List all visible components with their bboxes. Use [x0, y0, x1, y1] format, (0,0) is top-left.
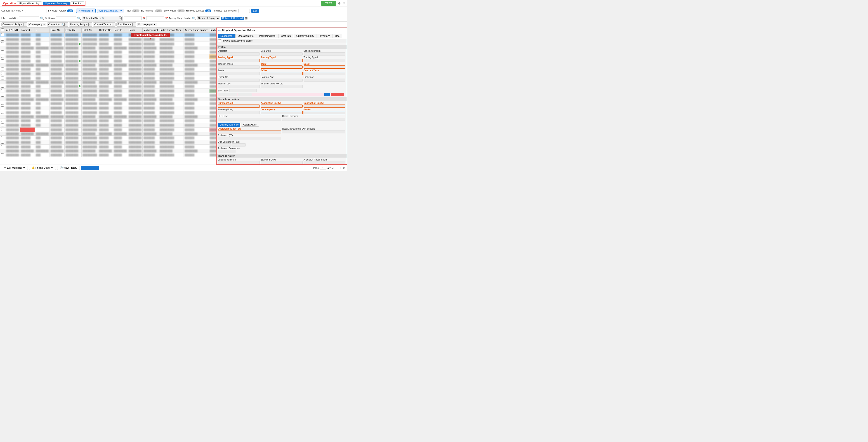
col-bridge-contract[interactable]: Bridge Contract Num... [159, 28, 184, 33]
agency-search-icon[interactable]: 🔍 [192, 16, 196, 20]
table-row[interactable]: ████████████████████████████████████████… [0, 67, 216, 72]
tab-quantity-quality[interactable]: Quantity/Quality [294, 34, 316, 38]
tab-recap-info[interactable]: Recap Info [218, 34, 235, 38]
row-checkbox-cell[interactable] [0, 110, 5, 115]
close-icon[interactable]: ✕ [343, 2, 345, 5]
panel-content[interactable]: Profile Operator: Deal Date: Scheming Mo… [217, 43, 347, 164]
row-checkbox-cell[interactable] [0, 59, 5, 63]
table-row[interactable]: ████████████████████████████████████████… [0, 118, 216, 123]
table-row[interactable]: ████████████████████████████████████████… [0, 37, 216, 42]
row-checkbox[interactable] [1, 153, 4, 156]
test-badge[interactable]: TEST [321, 1, 336, 6]
row-checkbox[interactable] [1, 128, 4, 131]
pricing-detail-button[interactable]: 💰 Pricing Detail ▼ [29, 166, 56, 170]
row-checkbox-cell[interactable] [0, 136, 5, 140]
row-checkbox[interactable] [1, 76, 4, 79]
loading-end-input[interactable] [146, 16, 164, 20]
table-row[interactable]: ████████████████████████████████████████… [0, 140, 216, 145]
matched-button[interactable]: ✓ Matched ▼ [76, 8, 96, 13]
view-history-button[interactable]: 🕐 View History [57, 166, 80, 170]
first-page-button[interactable]: ⟨⟨ [306, 166, 309, 170]
tab-cost-info[interactable]: Cost Info [278, 34, 293, 38]
export-button[interactable]: Exp [251, 9, 259, 13]
row-checkbox-cell[interactable] [0, 153, 5, 157]
mother-sub-search-icon[interactable]: 🔍 [102, 17, 104, 20]
col-batch-no[interactable]: Batch No. [82, 28, 98, 33]
row-checkbox[interactable] [1, 68, 4, 70]
table-row[interactable]: ████████████████████████████████████████… [0, 110, 216, 115]
table-row[interactable]: ████████████████████████████████████████… [0, 136, 216, 140]
tab-operation-info[interactable]: Operation Info [235, 34, 256, 38]
table-row[interactable]: ████████████████████████████████████████… [0, 50, 216, 55]
batch-no-input[interactable] [19, 16, 39, 20]
row-checkbox-cell[interactable] [0, 84, 5, 89]
col-send-to[interactable]: Send To I... [113, 28, 128, 33]
recap-input[interactable] [56, 16, 76, 20]
physical-matching-button[interactable]: Physical Matching [17, 1, 42, 5]
table-row[interactable]: ████████████████████████████████████████… [0, 76, 216, 80]
row-checkbox-cell[interactable] [0, 93, 5, 98]
col-l[interactable]: L [35, 28, 50, 33]
show-ledger-toggle[interactable]: OFF [178, 9, 185, 12]
purchase-return-input[interactable] [239, 9, 250, 13]
table-row[interactable]: ████████████████████████████████████████… [0, 101, 216, 106]
row-checkbox-cell[interactable] [0, 106, 5, 110]
row-checkbox-cell[interactable] [0, 140, 5, 145]
mother-sub-clear[interactable]: ✕ [119, 16, 122, 20]
operation-summary-button[interactable]: Operation Summary [43, 2, 69, 5]
col-checkbox[interactable] [0, 28, 5, 33]
col-locked-m[interactable]: Locked M [64, 28, 82, 33]
row-checkbox[interactable] [1, 119, 4, 122]
contractual-entity-clear[interactable]: ✕ [24, 23, 26, 26]
page-number-input[interactable]: 1 [320, 166, 327, 170]
table-row[interactable]: ████████████████████████████████████████… [0, 72, 216, 76]
row-checkbox[interactable] [1, 72, 4, 75]
tab-doc[interactable]: Doc [333, 34, 342, 38]
col-order-no[interactable]: Order No. [50, 28, 65, 33]
table-area[interactable]: AGENT NO. Payment... L Order No. Locked … [0, 28, 216, 165]
row-checkbox-cell[interactable] [0, 89, 5, 93]
row-checkbox-cell[interactable] [0, 55, 5, 59]
select-all-checkbox[interactable] [1, 28, 4, 31]
row-checkbox-cell[interactable] [0, 76, 5, 80]
row-checkbox[interactable] [1, 124, 4, 127]
row-checkbox-cell[interactable] [0, 37, 5, 42]
add-matched-button[interactable]: Add matched op... ▼ [97, 9, 124, 13]
row-checkbox[interactable] [1, 141, 4, 143]
contract-no-input[interactable] [25, 9, 45, 13]
col-agent-no[interactable]: AGENT NO. [5, 28, 20, 33]
hide-end-toggle[interactable]: ON [205, 9, 212, 12]
col-payment[interactable]: Payment... [20, 28, 35, 33]
table-row[interactable]: ████████████████████████████████████████… [0, 42, 216, 46]
source-supply-select[interactable]: Source of Supply [197, 16, 220, 20]
row-checkbox-cell[interactable] [0, 42, 5, 46]
row-checkbox-cell[interactable] [0, 101, 5, 106]
row-checkbox-cell[interactable] [0, 72, 5, 76]
col-recap[interactable]: Recap [128, 28, 143, 33]
row-checkbox[interactable] [1, 42, 4, 45]
table-row[interactable]: ████████████████████████████████████████… [0, 153, 216, 157]
col-contract-no[interactable]: Contract No. [98, 28, 113, 33]
row-checkbox[interactable] [1, 33, 4, 36]
row-checkbox[interactable] [1, 102, 4, 105]
prev-page-button[interactable]: ⟨ [310, 166, 312, 170]
table-row[interactable]: ████████████████████████████████████████… [0, 89, 216, 93]
row-checkbox-cell[interactable] [0, 118, 5, 123]
remind-button[interactable]: Remind [70, 1, 84, 5]
tab-packaging-info[interactable]: Packaging Info [256, 34, 278, 38]
loading-start-icon[interactable]: 📅 [143, 17, 145, 20]
contract-no-clear[interactable]: ✕ [64, 23, 67, 26]
planning-entity-clear[interactable]: ✕ [88, 23, 91, 26]
table-row[interactable]: ████████████████████████████████████████… [0, 55, 216, 59]
by-match-group-toggle[interactable]: ON [67, 9, 73, 12]
next-page-button[interactable]: ⟩ [335, 166, 337, 170]
highlight-btn1[interactable] [324, 93, 330, 96]
tab-inventory[interactable]: Inventory [317, 34, 332, 38]
loading-start-input[interactable] [124, 16, 142, 20]
refinery-more-icon[interactable]: ⊞ [245, 16, 248, 20]
row-checkbox[interactable] [1, 94, 4, 97]
qty-limit-tab[interactable]: Quantity Limit [241, 123, 259, 127]
settings-icon[interactable]: ⚙ [338, 2, 341, 5]
qty-tolerance-tab[interactable]: Quantity Tolerance [218, 123, 240, 127]
row-checkbox[interactable] [1, 59, 4, 62]
